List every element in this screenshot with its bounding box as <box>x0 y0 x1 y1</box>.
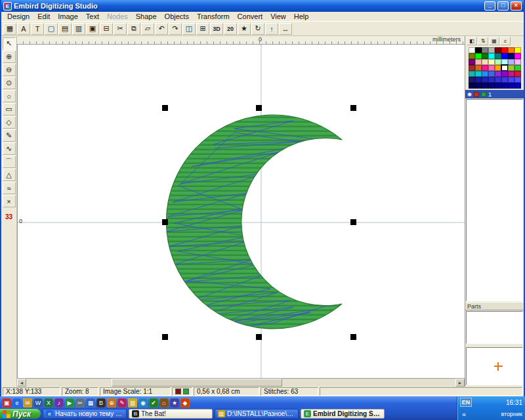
start-button[interactable]: Пуск <box>0 409 41 419</box>
ql-desktop-icon[interactable]: ▣ <box>2 398 11 408</box>
task-browser[interactable]: e Начать новую тему :: В... <box>43 409 127 419</box>
color-swatch[interactable] <box>514 59 521 65</box>
color-swatch[interactable] <box>475 71 482 77</box>
color-swatch[interactable] <box>469 65 475 71</box>
copy-button[interactable]: ⧉ <box>127 23 140 35</box>
delete-tool[interactable]: × <box>3 195 16 207</box>
selection-handle-nw[interactable] <box>162 105 168 111</box>
layer-list[interactable] <box>466 99 523 301</box>
lettering-button[interactable]: A <box>17 23 30 35</box>
ql-ie-icon[interactable]: e <box>12 398 22 408</box>
menu-help[interactable]: Help <box>290 12 313 20</box>
selection-handle-ne[interactable] <box>350 105 356 111</box>
color-swatch[interactable] <box>482 59 488 65</box>
horizontal-scrollbar[interactable]: ◄ ► <box>17 378 465 387</box>
color-swatch[interactable] <box>469 71 475 77</box>
color-swatch[interactable] <box>495 47 501 53</box>
selection-handle-sw[interactable] <box>162 334 168 340</box>
color-swatch[interactable] <box>482 71 488 77</box>
ql-bat-icon[interactable]: B <box>96 398 106 408</box>
color-swatch[interactable] <box>488 65 495 71</box>
ql-word-icon[interactable]: W <box>33 398 43 408</box>
selection-handle-n[interactable] <box>256 105 262 111</box>
selection-handle-e[interactable] <box>350 219 356 225</box>
selection-handle-se[interactable] <box>350 334 356 340</box>
menu-nodes[interactable]: Nodes <box>103 12 132 20</box>
color-swatch[interactable] <box>475 47 482 53</box>
task-thebat[interactable]: B The Bat! <box>129 409 213 419</box>
text-button[interactable]: T <box>31 23 44 35</box>
save-button[interactable]: ▣ <box>86 23 99 35</box>
color-swatch[interactable] <box>488 71 495 77</box>
color-swatch[interactable] <box>501 83 508 89</box>
menu-convert[interactable]: Convert <box>234 12 267 20</box>
ql-diamond-icon[interactable]: ◆ <box>180 398 190 408</box>
color-swatch[interactable] <box>488 83 495 89</box>
task-explorer[interactable]: ▥ D:\INSTALL\Разное\Embird <box>215 409 299 419</box>
color-swatch[interactable] <box>475 59 482 65</box>
zoom-out-tool[interactable]: ⊖ <box>3 64 16 76</box>
ql-snip-icon[interactable]: ✂ <box>75 398 85 408</box>
color-swatch[interactable] <box>495 65 501 71</box>
menu-image[interactable]: Image <box>54 12 82 20</box>
menu-objects[interactable]: Objects <box>161 12 193 20</box>
color-swatch[interactable] <box>475 53 482 59</box>
select-tool[interactable]: ↖ <box>3 37 16 50</box>
ql-zoom-icon[interactable]: ⊕ <box>107 398 116 408</box>
color-swatch[interactable] <box>469 59 475 65</box>
color-swatch[interactable] <box>514 47 521 53</box>
parts-list[interactable] <box>466 311 523 344</box>
ql-grid-icon[interactable]: ▦ <box>86 398 95 408</box>
grid-button[interactable]: ⊞ <box>196 23 209 35</box>
ql-star-icon[interactable]: ★ <box>170 398 179 408</box>
preview-panel[interactable] <box>466 347 523 385</box>
move-up-button[interactable]: ↑ <box>265 23 278 35</box>
colors-button[interactable]: c <box>500 37 511 45</box>
effects-button[interactable]: ★ <box>238 23 251 35</box>
tray-expand-icon[interactable]: « <box>460 410 477 418</box>
eye-icon[interactable]: ◉ <box>467 91 472 97</box>
color-swatch[interactable] <box>488 77 495 83</box>
color-swatch[interactable] <box>475 83 482 89</box>
wave-tool[interactable]: ≈ <box>3 182 16 194</box>
ql-edit-icon[interactable]: ✎ <box>117 398 127 408</box>
redo-button[interactable]: ↷ <box>169 23 182 35</box>
color-swatch[interactable] <box>495 77 501 83</box>
zoom-20-button[interactable]: 20 <box>224 23 237 35</box>
color-swatch[interactable] <box>495 53 501 59</box>
scroll-left-icon[interactable]: ◄ <box>17 379 26 387</box>
close-button[interactable]: × <box>511 1 522 10</box>
task-embird[interactable]: E Embird Digitizing Stud... <box>301 409 385 419</box>
color-swatch[interactable] <box>475 77 482 83</box>
color-swatch[interactable] <box>514 65 521 71</box>
order-button[interactable]: ⇅ <box>478 37 488 45</box>
curve-tool[interactable]: ∿ <box>3 142 16 155</box>
diamond-tool[interactable]: ◇ <box>3 116 16 129</box>
color-swatch[interactable] <box>482 83 488 89</box>
cut-button[interactable]: ✂ <box>114 23 127 35</box>
undo-button[interactable]: ↶ <box>155 23 168 35</box>
arc-tool[interactable]: ⌒ <box>3 156 16 168</box>
mirror-button[interactable]: ↔ <box>279 23 292 35</box>
color-swatch[interactable] <box>501 53 508 59</box>
color-swatch[interactable] <box>495 59 501 65</box>
color-swatch[interactable] <box>482 77 488 83</box>
view-3d-button[interactable]: 3D <box>210 23 223 35</box>
color-swatch[interactable] <box>508 71 514 77</box>
freehand-tool[interactable]: ✎ <box>3 129 16 142</box>
color-swatch[interactable] <box>482 65 488 71</box>
paste-button[interactable]: ▱ <box>141 23 154 35</box>
color-swatch[interactable] <box>488 53 495 59</box>
titlebar[interactable]: E Embird Digitizing Studio _ □ × <box>1 0 524 12</box>
design-canvas[interactable]: 0 <box>17 45 465 378</box>
color-swatch[interactable] <box>501 71 508 77</box>
print-button[interactable]: ⊟ <box>100 23 113 35</box>
menu-design[interactable]: Design <box>3 12 33 20</box>
color-swatch[interactable] <box>501 59 508 65</box>
color-swatch[interactable] <box>469 53 475 59</box>
layer-row[interactable]: ◉ 1 <box>465 90 524 98</box>
color-swatch[interactable] <box>501 47 508 53</box>
color-swatch[interactable] <box>469 77 475 83</box>
color-swatch[interactable] <box>501 77 508 83</box>
ql-eye-icon[interactable]: ◉ <box>138 398 148 408</box>
